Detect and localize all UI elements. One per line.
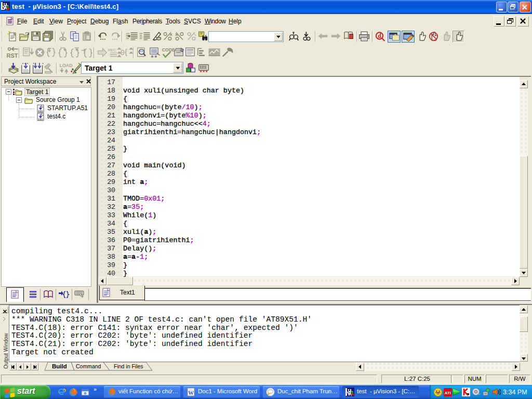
svg-text:CODE: CODE [162, 47, 175, 52]
svg-text:Find in Files: Find in Files [114, 363, 143, 369]
svg-text:W: W [188, 390, 194, 396]
svg-text:Command: Command [76, 363, 101, 369]
svg-text:RST: RST [7, 52, 18, 59]
svg-text:0: 0 [120, 49, 125, 57]
svg-text:Build: Build [52, 363, 67, 369]
svg-text:ATI: ATI [445, 391, 451, 395]
svg-text:d: d [378, 32, 381, 39]
svg-text:REC: REC [108, 48, 116, 52]
